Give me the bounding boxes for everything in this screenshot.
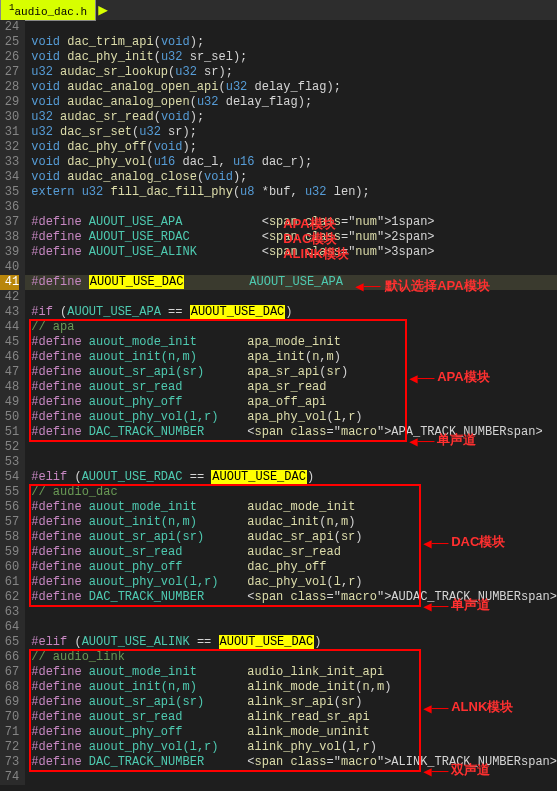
code-line[interactable]: u32 audac_sr_read(void);: [25, 110, 557, 125]
code-line[interactable]: #elif (AUOUT_USE_ALINK == AUOUT_USE_DAC): [25, 635, 557, 650]
line-number: 66: [0, 650, 19, 665]
line-number: 38: [0, 230, 19, 245]
code-line[interactable]: #define auout_init(n,m) alink_mode_init(…: [25, 680, 557, 695]
code-line[interactable]: #define auout_init(n,m) audac_init(n,m): [25, 515, 557, 530]
tab-bar: 1audio_dac.h ▶: [0, 0, 557, 20]
code-line[interactable]: #define auout_phy_vol(l,r) alink_phy_vol…: [25, 740, 557, 755]
line-number: 35: [0, 185, 19, 200]
code-editor[interactable]: 2425262728293031323334353637383940414243…: [0, 20, 557, 785]
line-number: 69: [0, 695, 19, 710]
line-number: 24: [0, 20, 19, 35]
line-number: 61: [0, 575, 19, 590]
line-number: 33: [0, 155, 19, 170]
line-number: 68: [0, 680, 19, 695]
code-line[interactable]: [25, 440, 557, 455]
line-number-gutter: 2425262728293031323334353637383940414243…: [0, 20, 25, 785]
arrow-icon: ◀──: [355, 278, 380, 295]
code-content[interactable]: APA模块 DAC模块 ALINK模块 ◀── 默认选择APA模块 ◀── AP…: [25, 20, 557, 785]
code-line[interactable]: #elif (AUOUT_USE_RDAC == AUOUT_USE_DAC): [25, 470, 557, 485]
code-line[interactable]: // audio_link: [25, 650, 557, 665]
line-number: 58: [0, 530, 19, 545]
line-number: 67: [0, 665, 19, 680]
label-apa-block: APA模块: [437, 368, 489, 386]
line-number: 52: [0, 440, 19, 455]
arrow-icon: ◀──: [423, 535, 448, 552]
line-number: 59: [0, 545, 19, 560]
code-line[interactable]: #define DAC_TRACK_NUMBER <span class="ma…: [25, 425, 557, 440]
code-line[interactable]: [25, 200, 557, 215]
arrow-icon: ◀──: [423, 598, 448, 615]
code-line[interactable]: u32 dac_sr_set(u32 sr);: [25, 125, 557, 140]
arrow-icon: ◀──: [423, 700, 448, 717]
code-line[interactable]: void dac_phy_off(void);: [25, 140, 557, 155]
line-number: 65: [0, 635, 19, 650]
line-number: 73: [0, 755, 19, 770]
label-alink-mod: ALINK模块: [283, 245, 349, 263]
code-line[interactable]: #define auout_phy_off dac_phy_off: [25, 560, 557, 575]
code-line[interactable]: void audac_analog_open_api(u32 delay_fla…: [25, 80, 557, 95]
line-number: 54: [0, 470, 19, 485]
arrow-icon: ◀──: [423, 763, 448, 780]
line-number: 41: [0, 275, 19, 290]
code-line[interactable]: [25, 20, 557, 35]
arrow-icon: ◀──: [409, 370, 434, 387]
tab-arrow-icon: ▶: [98, 0, 108, 20]
line-number: 72: [0, 740, 19, 755]
line-number: 64: [0, 620, 19, 635]
code-line[interactable]: #define auout_phy_off apa_off_api: [25, 395, 557, 410]
line-number: 53: [0, 455, 19, 470]
code-line[interactable]: void audac_analog_open(u32 delay_flag);: [25, 95, 557, 110]
line-number: 45: [0, 335, 19, 350]
line-number: 30: [0, 110, 19, 125]
line-number: 39: [0, 245, 19, 260]
line-number: 70: [0, 710, 19, 725]
line-number: 62: [0, 590, 19, 605]
code-line[interactable]: #define auout_mode_init apa_mode_init: [25, 335, 557, 350]
code-line[interactable]: #define auout_phy_off alink_mode_uninit: [25, 725, 557, 740]
line-number: 71: [0, 725, 19, 740]
code-line[interactable]: #define auout_phy_vol(l,r) dac_phy_vol(l…: [25, 575, 557, 590]
line-number: 47: [0, 365, 19, 380]
line-number: 49: [0, 395, 19, 410]
label-dac-block: DAC模块: [451, 533, 505, 551]
label-dual-ch: 双声道: [451, 761, 490, 779]
line-number: 74: [0, 770, 19, 785]
line-number: 63: [0, 605, 19, 620]
line-number: 28: [0, 80, 19, 95]
line-number: 25: [0, 35, 19, 50]
code-line[interactable]: #define auout_phy_vol(l,r) apa_phy_vol(l…: [25, 410, 557, 425]
code-line[interactable]: void dac_trim_api(void);: [25, 35, 557, 50]
line-number: 29: [0, 95, 19, 110]
code-line[interactable]: [25, 455, 557, 470]
code-line[interactable]: // apa: [25, 320, 557, 335]
line-number: 26: [0, 50, 19, 65]
code-line[interactable]: // audio_dac: [25, 485, 557, 500]
line-number: 55: [0, 485, 19, 500]
code-line[interactable]: #define auout_mode_init audio_link_init_…: [25, 665, 557, 680]
label-single-ch2: 单声道: [451, 596, 490, 614]
line-number: 43: [0, 305, 19, 320]
line-number: 46: [0, 350, 19, 365]
code-line[interactable]: #define auout_init(n,m) apa_init(n,m): [25, 350, 557, 365]
code-line[interactable]: void dac_phy_init(u32 sr_sel);: [25, 50, 557, 65]
label-alnk-block: ALNK模块: [451, 698, 513, 716]
line-number: 40: [0, 260, 19, 275]
label-default-sel: 默认选择APA模块: [385, 277, 489, 295]
code-line[interactable]: extern u32 fill_dac_fill_phy(u8 *buf, u3…: [25, 185, 557, 200]
code-line[interactable]: void audac_analog_close(void);: [25, 170, 557, 185]
line-number: 37: [0, 215, 19, 230]
code-line[interactable]: #define auout_mode_init audac_mode_init: [25, 500, 557, 515]
code-line[interactable]: void dac_phy_vol(u16 dac_l, u16 dac_r);: [25, 155, 557, 170]
line-number: 42: [0, 290, 19, 305]
line-number: 34: [0, 170, 19, 185]
file-tab[interactable]: 1audio_dac.h: [0, 0, 96, 21]
code-line[interactable]: #if (AUOUT_USE_APA == AUOUT_USE_DAC): [25, 305, 557, 320]
line-number: 44: [0, 320, 19, 335]
code-line[interactable]: [25, 620, 557, 635]
line-number: 56: [0, 500, 19, 515]
line-number: 50: [0, 410, 19, 425]
code-line[interactable]: u32 audac_sr_lookup(u32 sr);: [25, 65, 557, 80]
line-number: 51: [0, 425, 19, 440]
line-number: 31: [0, 125, 19, 140]
arrow-icon: ◀──: [409, 433, 434, 450]
